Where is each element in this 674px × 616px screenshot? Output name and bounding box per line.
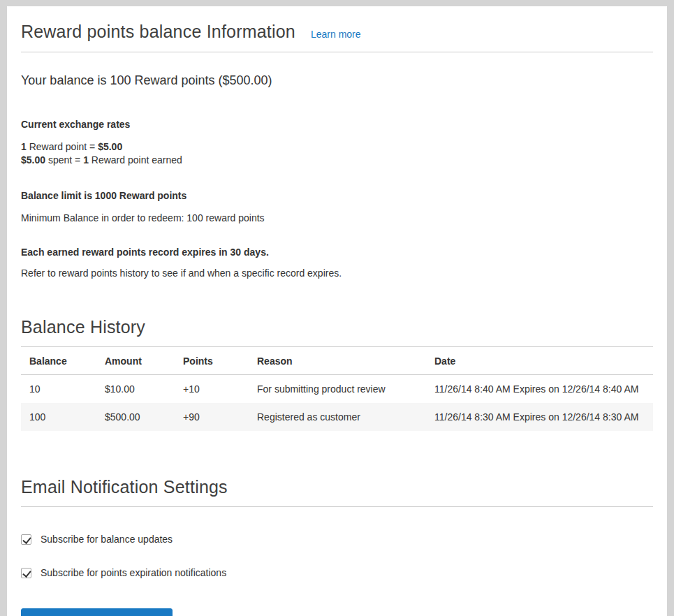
checkbox-1[interactable] bbox=[21, 568, 31, 578]
table-row: 100 $500.00 +90 Registered as customer 1… bbox=[21, 403, 653, 431]
email-settings-heading: Email Notification Settings bbox=[21, 477, 653, 507]
subscribe-balance-row: Subscribe for balance updates bbox=[21, 534, 653, 545]
cell-amount: $500.00 bbox=[96, 403, 175, 431]
page-title: Reward points balance Information bbox=[21, 22, 295, 42]
rate-spend-points: 1 bbox=[83, 154, 89, 166]
cell-points: +10 bbox=[175, 375, 249, 404]
table-header-row: Balance Amount Points Reason Date bbox=[21, 347, 653, 375]
column-header-amount: Amount bbox=[96, 347, 175, 375]
balance-history-heading: Balance History bbox=[21, 317, 653, 347]
column-header-balance: Balance bbox=[21, 347, 96, 375]
exchange-rate-spend: $5.00 spent = 1 Reward point earned bbox=[21, 154, 653, 167]
exchange-rates: 1 Reward point = $5.00 $5.00 spent = 1 R… bbox=[21, 140, 653, 167]
cell-date: 11/26/14 8:40 AM Expires on 12/26/14 8:4… bbox=[426, 375, 653, 404]
balance-limit-text: Balance limit is 1000 Reward points bbox=[21, 190, 653, 201]
minimum-balance-text: Minimum Balance in order to redeem: 100 … bbox=[21, 212, 653, 223]
cell-date: 11/26/14 8:30 AM Expires on 12/26/14 8:3… bbox=[426, 403, 653, 431]
rate-earn-amount: $5.00 bbox=[98, 141, 122, 152]
balance-history-table: Balance Amount Points Reason Date 10 $10… bbox=[21, 347, 653, 431]
reward-points-card: Reward points balance Information Learn … bbox=[7, 6, 667, 616]
subscribe-expiration-row: Subscribe for points expiration notifica… bbox=[21, 567, 653, 578]
column-header-reason: Reason bbox=[249, 347, 426, 375]
page-header: Reward points balance Information Learn … bbox=[21, 22, 653, 52]
balance-history-section: Balance History Balance Amount Points Re… bbox=[21, 317, 653, 431]
cell-reason: Registered as customer bbox=[249, 403, 426, 431]
checkbox-0[interactable] bbox=[21, 534, 31, 545]
rate-earn-points: 1 bbox=[21, 141, 27, 152]
save-subscription-button[interactable]: Save Subscription Settings bbox=[21, 608, 173, 616]
rate-spend-tail: Reward point earned bbox=[89, 154, 182, 166]
expiry-note: Refer to reward points history to see if… bbox=[21, 267, 653, 279]
column-header-points: Points bbox=[175, 347, 249, 375]
subscribe-expiration-label: Subscribe for points expiration notifica… bbox=[41, 567, 226, 578]
cell-balance: 100 bbox=[21, 403, 96, 431]
exchange-rate-earn: 1 Reward point = $5.00 bbox=[21, 140, 653, 154]
learn-more-link[interactable]: Learn more bbox=[311, 29, 361, 40]
table-row: 10 $10.00 +10 For submitting product rev… bbox=[21, 375, 653, 404]
cell-balance: 10 bbox=[21, 375, 96, 404]
balance-summary: Your balance is 100 Reward points ($500.… bbox=[21, 73, 653, 88]
exchange-rates-heading: Current exchange rates bbox=[21, 119, 653, 130]
column-header-date: Date bbox=[426, 347, 653, 375]
rate-spend-amount: $5.00 bbox=[21, 154, 45, 166]
rate-earn-middle: Reward point = bbox=[27, 141, 98, 152]
cell-reason: For submitting product review bbox=[249, 375, 426, 404]
rate-spend-middle: spent = bbox=[45, 154, 83, 166]
cell-points: +90 bbox=[175, 403, 249, 431]
cell-amount: $10.00 bbox=[96, 375, 175, 404]
email-settings-section: Email Notification Settings Subscribe fo… bbox=[21, 477, 653, 616]
subscribe-balance-label: Subscribe for balance updates bbox=[41, 534, 173, 545]
expiry-text: Each earned reward points record expires… bbox=[21, 247, 653, 258]
